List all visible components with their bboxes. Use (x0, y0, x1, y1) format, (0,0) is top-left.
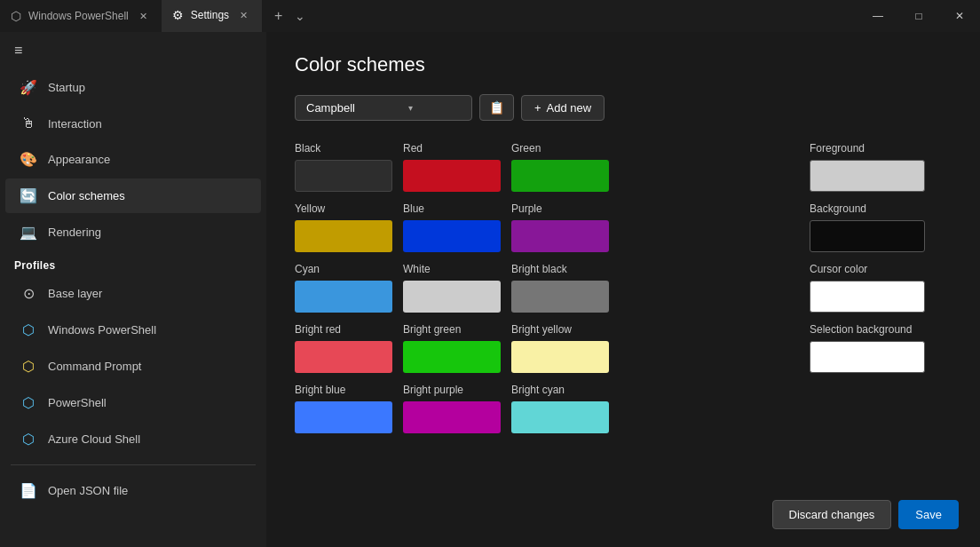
color-cell-red: Red (403, 142, 501, 192)
tab-dropdown-button[interactable]: ⌄ (291, 9, 309, 23)
color-label-bright-red: Bright red (295, 323, 392, 336)
color-label-background: Background (810, 202, 952, 215)
tab-powershell-close[interactable]: ✕ (136, 9, 151, 24)
maximize-button[interactable]: □ (898, 0, 939, 32)
color-label-red: Red (403, 142, 501, 155)
sidebar-item-azure-cloud-shell[interactable]: ⬡ Azure Cloud Shell (5, 422, 261, 456)
colors-section: Black Red Green Yellow (295, 142, 952, 444)
color-swatch-bright-purple[interactable] (403, 401, 501, 433)
color-swatch-blue[interactable] (403, 220, 501, 252)
color-label-green: Green (511, 142, 609, 155)
scheme-dropdown-value: Campbell (306, 101, 355, 115)
color-cell-blue: Blue (403, 202, 501, 252)
sidebar-item-open-json[interactable]: 📄 Open JSON file (5, 473, 261, 508)
color-label-bright-green: Bright green (403, 323, 501, 336)
color-cell-bright-red: Bright red (295, 323, 392, 373)
appearance-icon: 🎨 (20, 151, 37, 168)
command-prompt-icon: ⬡ (20, 358, 37, 375)
windows-powershell-icon: ⬡ (20, 321, 37, 338)
close-button[interactable]: ✕ (939, 0, 980, 32)
right-item-background: Background (810, 202, 952, 252)
base-layer-icon: ⊙ (20, 285, 37, 302)
powershell-tab-icon: ⬡ (11, 9, 21, 23)
main-container: ≡ 🚀 Startup 🖱 Interaction 🎨 Appearance 🔄… (0, 32, 980, 547)
sidebar-item-azure-cloud-shell-label: Azure Cloud Shell (48, 432, 140, 446)
sidebar-item-windows-powershell[interactable]: ⬡ Windows PowerShell (5, 313, 261, 347)
color-label-bright-purple: Bright purple (403, 384, 501, 396)
sidebar-item-startup[interactable]: 🚀 Startup (5, 70, 261, 105)
sidebar-item-interaction[interactable]: 🖱 Interaction (5, 107, 261, 140)
right-item-foreground: Foreground (810, 142, 952, 192)
colors-main: Black Red Green Yellow (295, 142, 774, 444)
color-swatch-bright-blue[interactable] (295, 401, 392, 433)
hamburger-menu[interactable]: ≡ (0, 32, 266, 69)
color-swatch-cursor-color[interactable] (810, 281, 925, 313)
sidebar-item-powershell-label: PowerShell (48, 396, 107, 409)
sidebar-item-appearance-label: Appearance (48, 153, 110, 166)
color-swatch-black[interactable] (295, 160, 392, 192)
sidebar-item-color-schemes[interactable]: 🔄 Color schemes (5, 178, 261, 213)
minimize-button[interactable]: — (858, 0, 898, 32)
sidebar-item-rendering[interactable]: 💻 Rendering (5, 215, 261, 250)
bottom-bar: Discard changes Save (772, 500, 959, 529)
discard-changes-button[interactable]: Discard changes (772, 500, 892, 529)
sidebar-item-base-layer[interactable]: ⊙ Base layer (5, 276, 261, 311)
chevron-down-icon: ▾ (408, 103, 413, 113)
color-swatch-green[interactable] (511, 160, 609, 192)
titlebar: ⬡ Windows PowerShell ✕ ⚙ Settings ✕ + ⌄ … (0, 0, 980, 32)
open-json-icon: 📄 (20, 482, 37, 499)
add-new-button[interactable]: + Add new (521, 95, 605, 121)
color-row-1: Black Red Green (295, 142, 774, 192)
color-swatch-yellow[interactable] (295, 220, 392, 252)
color-swatch-bright-black[interactable] (511, 281, 609, 313)
color-cell-white: White (403, 263, 501, 313)
sidebar-item-base-layer-label: Base layer (48, 287, 102, 300)
scheme-row: Campbell ▾ 📋 + Add new (295, 94, 952, 121)
color-cell-bright-green: Bright green (403, 323, 501, 373)
color-label-foreground: Foreground (810, 142, 952, 155)
sidebar-item-open-json-label: Open JSON file (48, 484, 128, 497)
color-row-5: Bright blue Bright purple Bright cyan (295, 384, 774, 433)
sidebar-item-windows-powershell-label: Windows PowerShell (48, 323, 156, 337)
color-swatch-white[interactable] (403, 281, 501, 313)
color-swatch-bright-cyan[interactable] (511, 401, 609, 433)
right-item-selection-bg: Selection background (810, 323, 952, 373)
color-swatch-bright-red[interactable] (295, 341, 392, 373)
add-btn-label: Add new (547, 101, 592, 115)
tab-settings[interactable]: ⚙ Settings ✕ (162, 0, 262, 32)
azure-cloud-shell-icon: ⬡ (20, 431, 37, 448)
color-swatch-selection-bg[interactable] (810, 341, 925, 373)
color-cell-bright-cyan: Bright cyan (511, 384, 609, 433)
color-swatch-foreground[interactable] (810, 160, 925, 192)
color-label-cyan: Cyan (295, 263, 392, 275)
scheme-dropdown[interactable]: Campbell ▾ (295, 95, 472, 121)
color-swatch-purple[interactable] (511, 220, 609, 252)
color-swatch-bright-green[interactable] (403, 341, 501, 373)
new-tab-button[interactable]: + (269, 8, 288, 24)
color-swatch-bright-yellow[interactable] (511, 341, 609, 373)
sidebar-item-interaction-label: Interaction (48, 117, 102, 131)
save-button[interactable]: Save (898, 500, 959, 529)
color-swatch-background[interactable] (810, 220, 925, 252)
powershell-icon: ⬡ (20, 394, 37, 411)
color-label-black: Black (295, 142, 392, 155)
sidebar: ≡ 🚀 Startup 🖱 Interaction 🎨 Appearance 🔄… (0, 32, 266, 547)
color-label-purple: Purple (511, 202, 609, 215)
sidebar-item-command-prompt[interactable]: ⬡ Command Prompt (5, 349, 261, 384)
rendering-icon: 💻 (20, 224, 37, 241)
sidebar-item-powershell[interactable]: ⬡ PowerShell (5, 385, 261, 420)
color-swatch-red[interactable] (403, 160, 501, 192)
color-cell-yellow: Yellow (295, 202, 392, 252)
sidebar-item-command-prompt-label: Command Prompt (48, 360, 141, 373)
color-cell-green: Green (511, 142, 609, 192)
color-row-3: Cyan White Bright black (295, 263, 774, 313)
sidebar-item-appearance[interactable]: 🎨 Appearance (5, 142, 261, 177)
color-swatch-cyan[interactable] (295, 281, 392, 313)
color-row-2: Yellow Blue Purple (295, 202, 774, 252)
tab-settings-close[interactable]: ✕ (236, 8, 251, 23)
content-area: Color schemes Campbell ▾ 📋 + Add new Bla… (266, 32, 980, 547)
duplicate-button[interactable]: 📋 (479, 94, 514, 121)
page-title: Color schemes (295, 53, 952, 76)
color-label-blue: Blue (403, 202, 501, 215)
tab-powershell[interactable]: ⬡ Windows PowerShell ✕ (0, 0, 162, 32)
